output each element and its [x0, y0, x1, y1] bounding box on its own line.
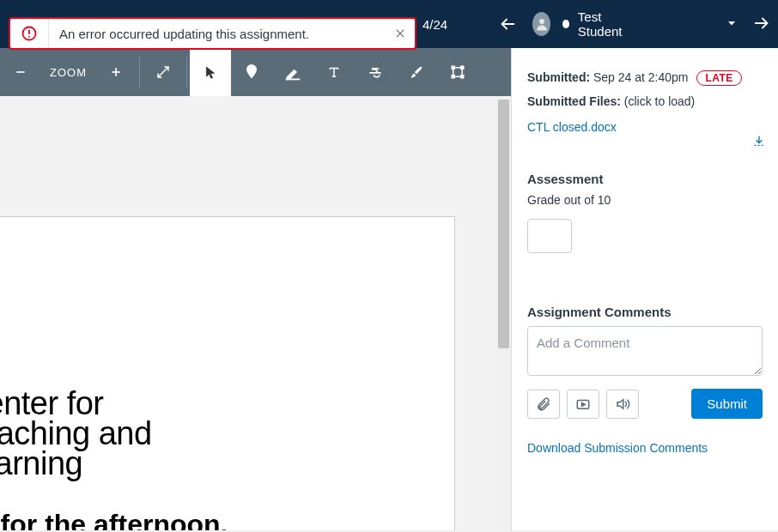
chevron-down-icon: [726, 18, 737, 28]
next-student-button[interactable]: [752, 14, 771, 35]
submitted-value: Sep 24 at 2:40pm: [593, 70, 689, 84]
sun-logo-icon: [0, 281, 1, 367]
strikethrough-tool-button[interactable]: [355, 48, 396, 96]
video-icon: [575, 396, 591, 412]
cursor-icon: [204, 64, 217, 80]
annotation-toolbar: ZOOM: [0, 48, 511, 96]
previous-student-button[interactable]: [498, 15, 517, 33]
svg-rect-17: [452, 76, 454, 78]
minus-icon: [14, 65, 27, 79]
submitted-files-hint: (click to load): [624, 94, 695, 108]
area-tool-button[interactable]: [437, 48, 478, 96]
download-comments-link[interactable]: Download Submission Comments: [527, 441, 708, 455]
document-body-text: OSED for the afternoon.: [0, 509, 228, 532]
svg-marker-2: [728, 21, 735, 26]
arrow-right-icon: [752, 14, 771, 33]
free-draw-tool-button[interactable]: [396, 48, 437, 96]
svg-point-1: [539, 19, 544, 24]
zoom-out-button[interactable]: [0, 48, 41, 96]
document-panel: ZOOM: [0, 48, 512, 532]
grade-hint: Grade out of 10: [527, 193, 763, 207]
user-icon: [534, 16, 550, 32]
comments-heading: Assignment Comments: [527, 305, 763, 319]
grading-panel: Submitted: Sep 24 at 2:40pm LATE Submitt…: [512, 48, 778, 532]
svg-rect-15: [452, 66, 454, 69]
document-scrollbar[interactable]: [496, 96, 511, 532]
svg-line-12: [158, 67, 168, 77]
error-banner: An error occurred updating this assignme…: [9, 17, 416, 50]
download-icon: [752, 134, 766, 148]
audio-comment-button[interactable]: [606, 390, 639, 419]
status-dot-icon: [562, 20, 569, 28]
arrow-left-icon: [498, 15, 517, 33]
highlight-tool-button[interactable]: [272, 48, 313, 96]
error-icon: [10, 19, 48, 48]
point-annotation-button[interactable]: [231, 48, 272, 96]
download-file-button[interactable]: [752, 134, 766, 150]
close-icon: [394, 27, 406, 39]
svg-marker-27: [582, 402, 586, 406]
student-dropdown-button[interactable]: [726, 17, 737, 31]
error-message: An error occurred updating this assignme…: [48, 19, 386, 48]
plus-icon: [109, 65, 123, 79]
error-close-button[interactable]: [386, 19, 415, 48]
document-viewer[interactable]: center for teaching and learning OSED fo…: [0, 96, 511, 532]
submit-comment-button[interactable]: Submit: [691, 389, 763, 419]
zoom-label: ZOOM: [41, 48, 95, 96]
box-select-icon: [450, 64, 465, 80]
strikethrough-icon: [367, 63, 384, 81]
text-icon: [326, 64, 342, 80]
submitted-label: Submitted:: [527, 70, 590, 84]
audio-icon: [615, 396, 630, 412]
svg-rect-16: [461, 66, 464, 69]
submitted-files-row: Submitted Files: (click to load): [527, 94, 763, 108]
svg-rect-18: [461, 76, 464, 78]
document-page: center for teaching and learning OSED fo…: [0, 216, 455, 532]
highlight-icon: [284, 63, 301, 81]
svg-rect-13: [286, 79, 301, 81]
grading-counter: 4/24: [422, 0, 447, 48]
svg-point-6: [28, 36, 30, 38]
svg-marker-28: [617, 400, 623, 409]
pin-icon: [244, 63, 259, 82]
late-badge: LATE: [696, 70, 741, 86]
submitted-files-label: Submitted Files:: [527, 94, 621, 108]
assessment-heading: Assessment: [527, 172, 763, 186]
media-comment-button[interactable]: [567, 390, 599, 419]
pointer-tool-button[interactable]: [190, 48, 231, 96]
avatar: [532, 12, 550, 36]
submitted-file-link[interactable]: CTL closed.docx: [527, 120, 617, 134]
zoom-in-button[interactable]: [95, 48, 137, 96]
paperclip-icon: [536, 396, 551, 412]
expand-icon: [155, 64, 171, 80]
document-heading: center for teaching and learning: [0, 389, 152, 479]
brush-icon: [409, 64, 424, 80]
submitted-row: Submitted: Sep 24 at 2:40pm LATE: [527, 70, 763, 86]
text-tool-button[interactable]: [313, 48, 355, 96]
comment-textarea[interactable]: [527, 326, 763, 376]
student-name[interactable]: Test Student: [578, 9, 632, 39]
grade-input[interactable]: [527, 219, 572, 253]
attach-file-button[interactable]: [527, 390, 560, 419]
fullscreen-button[interactable]: [143, 48, 184, 96]
